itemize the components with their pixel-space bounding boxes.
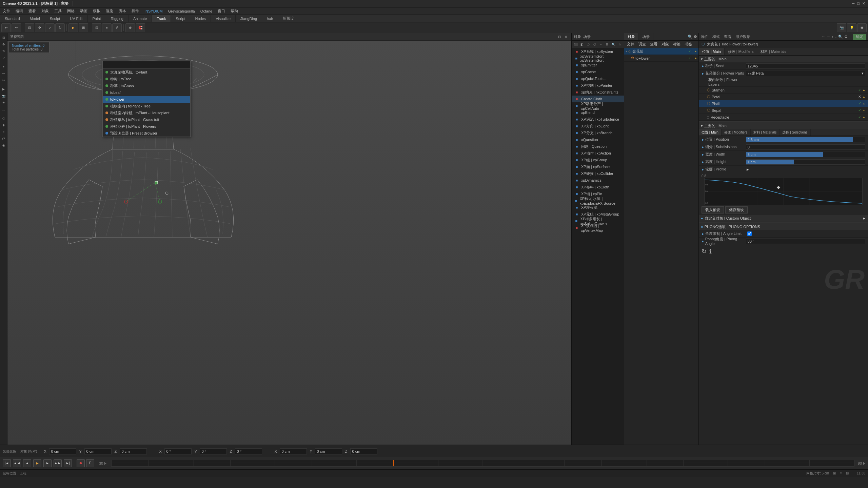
scene-obj-toflower[interactable]: ✿ toFlower ✓ ▲: [624, 55, 698, 62]
anim-next-frame-btn[interactable]: ►: [43, 459, 52, 467]
node-tool-3[interactable]: ◌: [586, 41, 591, 47]
scene-tool-file[interactable]: 文件: [626, 42, 636, 47]
node-tool-7[interactable]: 🔍: [611, 41, 616, 47]
scene-obj-jinhuaxian[interactable]: ▾ ◇ 金花仙 ✓ ▲: [624, 48, 698, 55]
move-btn[interactable]: ✥: [35, 23, 44, 32]
sidebar-effector[interactable]: ≈: [1, 129, 7, 135]
sidebar-add[interactable]: +: [1, 64, 7, 70]
xp-turbulence[interactable]: ■ XP涡流 | xpTurbulence: [572, 116, 624, 123]
node-tool-4[interactable]: ⬡: [592, 41, 598, 47]
xp-cloth[interactable]: ■ XP布料 | xpCloth: [572, 184, 624, 190]
xp-constraints[interactable]: ■ xp约束 | nxConstraints: [572, 89, 624, 96]
xp-emitter[interactable]: ■ xpEmitter: [572, 62, 624, 68]
display-btn[interactable]: ≡: [102, 23, 112, 32]
tab-model[interactable]: Model: [25, 15, 45, 22]
xp-dynamics[interactable]: ■ xpDynamics: [572, 177, 624, 184]
dropdown-item-preset-browser[interactable]: 预设浏览器 | Preset Browser: [103, 130, 190, 137]
tab-hair[interactable]: hair: [262, 15, 278, 22]
dropdown-item-grass-tuft[interactable]: 种植草丛 | toPlant - Grass tuft: [103, 116, 190, 123]
menu-window[interactable]: 窗口: [215, 7, 228, 15]
flower-parts-expand[interactable]: ▾: [862, 71, 864, 76]
menu-object[interactable]: 对象: [39, 7, 52, 15]
vp-ctrl1[interactable]: ⊡: [558, 35, 561, 39]
sidebar-brush[interactable]: ✏: [1, 70, 7, 77]
props-nav-down[interactable]: ↓: [835, 35, 837, 39]
tab-uvedit[interactable]: UV Edit: [65, 15, 87, 22]
material-btn[interactable]: ◉: [857, 23, 867, 32]
tab-sculpt[interactable]: Sculpt: [45, 15, 65, 22]
menu-file[interactable]: 文件: [0, 7, 13, 15]
phong-angle-value[interactable]: 80 °: [746, 239, 865, 244]
xp-question[interactable]: ■ xQuestion: [572, 136, 624, 143]
ptab2-modifiers[interactable]: 修改 | Modifiers: [722, 129, 751, 136]
menu-greyscale[interactable]: Greyscalegorilla: [165, 7, 198, 15]
sepal-vis[interactable]: ✓: [858, 108, 861, 113]
dropdown-item-flowers[interactable]: 种植花卉 | toPlant - Flowers: [103, 123, 190, 130]
status-list-icon[interactable]: ≡: [840, 471, 842, 475]
viewport-area[interactable]: 透视视图 ⊡ ✕: [7, 33, 571, 445]
undo-btn[interactable]: ↩: [1, 23, 11, 32]
status-grid-icon[interactable]: ⊡: [846, 471, 849, 475]
xp-systemsort[interactable]: ■ xpSystemSort | xpSystemSort: [572, 55, 624, 62]
scene-tab-objects[interactable]: 对象: [624, 33, 639, 40]
props-confirm[interactable]: 确定: [853, 34, 866, 40]
tab-script[interactable]: Script: [171, 15, 190, 22]
input-rz[interactable]: [235, 448, 262, 454]
menu-tools[interactable]: 工具: [52, 7, 64, 15]
light-btn[interactable]: 💡: [847, 23, 856, 32]
node-tool-2[interactable]: ◧: [579, 41, 585, 47]
render-btn[interactable]: ▶: [68, 23, 78, 32]
scene-tab-scene[interactable]: 场景: [639, 33, 653, 40]
width-slider[interactable]: 3 cm: [746, 152, 865, 157]
props-search[interactable]: 🔍: [838, 35, 843, 39]
scale-btn[interactable]: ⤢: [45, 23, 55, 32]
dropdown-item-toflower[interactable]: toFlower: [103, 96, 190, 103]
xp-painter[interactable]: ■ XP控制 | xpPainter: [572, 82, 624, 89]
props-tab-mode[interactable]: 模式: [712, 34, 720, 39]
vp-ctrl2[interactable]: ✕: [565, 35, 567, 39]
tab-jiangding[interactable]: JiangDing: [236, 15, 262, 22]
scene-settings-icon[interactable]: ⚙: [694, 35, 697, 39]
dropdown-item-toplant[interactable]: 太真菌物系统 | toPlant: [103, 69, 190, 76]
sidebar-knife[interactable]: ✂: [1, 77, 7, 83]
subdivisions-value[interactable]: 0: [746, 144, 865, 150]
selection-btn[interactable]: ⊡: [25, 23, 34, 32]
record-btn[interactable]: ⏺: [77, 459, 85, 467]
menu-anim[interactable]: 动画: [77, 7, 90, 15]
sidebar-anim[interactable]: ▶: [1, 86, 7, 92]
dropdown-item-tograss[interactable]: 种草 | toGrass: [103, 82, 190, 89]
dropdown-item-totree[interactable]: 种树 | toTree: [103, 76, 190, 82]
input-sx[interactable]: [280, 448, 307, 454]
scene-tool-bookmark[interactable]: 书签: [683, 42, 693, 47]
input-sy[interactable]: [315, 448, 342, 454]
xp-cache[interactable]: ■ xpCache: [572, 68, 624, 75]
xp-explosia[interactable]: ■ XP粒火 水源 | xpExplosiaFX Source: [572, 197, 624, 204]
render-region-btn[interactable]: ⊞: [79, 23, 88, 32]
menu-edit[interactable]: 编辑: [13, 7, 26, 15]
angle-limit-checkbox[interactable]: [747, 231, 752, 236]
maximize-btn[interactable]: □: [857, 1, 860, 6]
ptab2-materials[interactable]: 材料 | Materials: [751, 129, 780, 136]
phong-header[interactable]: ● PHONG选项 | PHONG OPTIONS: [699, 223, 868, 230]
scene-search-icon[interactable]: 🔍: [688, 35, 692, 39]
xp-collider[interactable]: ■ XP碰撞 | xpCollider: [572, 170, 624, 177]
scene-tool-view[interactable]: 查看: [649, 42, 659, 47]
sidebar-rotate[interactable]: ↻: [1, 48, 7, 54]
tab-new-preset[interactable]: 新预设: [278, 15, 299, 22]
snap-btn[interactable]: 🧲: [136, 23, 145, 32]
node-tool-6[interactable]: ⊞: [605, 41, 610, 47]
question[interactable]: ■ 问题 | Question: [572, 143, 624, 150]
main-section-2-header[interactable]: ▾ 主要的 | Main: [699, 122, 868, 129]
tab-standard[interactable]: Standard: [0, 15, 25, 22]
receptacle-vis[interactable]: ✓: [858, 115, 861, 119]
menu-view[interactable]: 查看: [26, 7, 39, 15]
xp-system[interactable]: ■ XP系统 | xpSystem: [572, 48, 624, 55]
petal-vis[interactable]: ✕: [858, 95, 861, 99]
xp-cellauto[interactable]: ■ XP动态分产 | xpCellAuto: [572, 102, 624, 109]
props-nav-back[interactable]: ←: [822, 35, 825, 39]
cam-btn[interactable]: 📷: [837, 23, 846, 32]
sidebar-scale[interactable]: ⤢: [1, 55, 7, 61]
ptab-main[interactable]: 位置 | Main: [699, 48, 725, 55]
dropdown-search[interactable]: [103, 61, 190, 69]
props-tab-userdata[interactable]: 用户数据: [735, 34, 750, 39]
